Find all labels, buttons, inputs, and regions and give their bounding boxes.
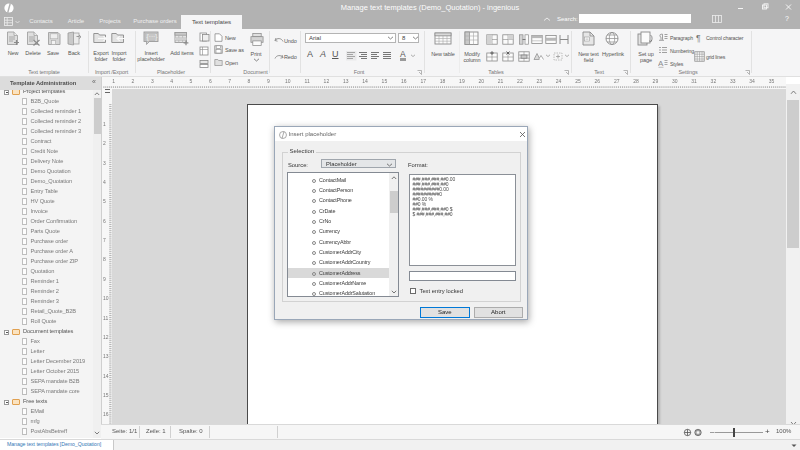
svg-text:{···}: {···} — [147, 33, 159, 41]
svg-text:A: A — [658, 59, 664, 68]
